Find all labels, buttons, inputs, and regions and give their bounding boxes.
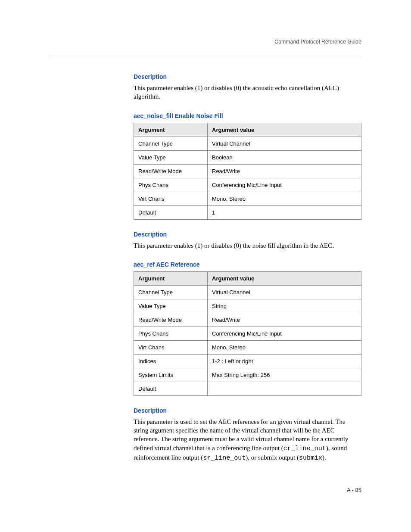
cell-arg: Virt Chans bbox=[134, 340, 208, 354]
table-row: System LimitsMax String Length: 256 bbox=[134, 368, 361, 382]
cell-arg: Value Type bbox=[134, 299, 208, 313]
body-text-segment: ), or submix output ( bbox=[246, 454, 299, 461]
aec-ref-heading: aec_ref AEC Reference bbox=[134, 261, 361, 268]
cell-val: Virtual Channel bbox=[208, 285, 361, 299]
cell-val: String bbox=[208, 299, 361, 313]
code-sr-line-out: sr_line_out bbox=[203, 454, 246, 462]
code-cr-line-out: cr_line_out bbox=[283, 445, 326, 452]
cell-val: Max String Length: 256 bbox=[208, 368, 361, 382]
header-divider bbox=[50, 58, 361, 58]
table-header-row: Argument Argument value bbox=[134, 271, 361, 285]
cell-val: Read/Write bbox=[208, 313, 361, 327]
cell-val: Boolean bbox=[208, 150, 361, 164]
table-row: Read/Write ModeRead/Write bbox=[134, 313, 361, 327]
table-row: Virt ChansMono, Stereo bbox=[134, 192, 361, 205]
table-row: Indices1-2 : Left or right bbox=[134, 354, 361, 368]
code-submix: submix bbox=[299, 454, 322, 462]
cell-arg: Indices bbox=[134, 354, 208, 368]
cell-val: 1 bbox=[208, 205, 361, 219]
table-header-value: Argument value bbox=[208, 271, 361, 285]
header-title: Command Protocol Reference Guide bbox=[50, 39, 361, 45]
description-heading-3: Description bbox=[134, 407, 361, 414]
description-heading-1: Description bbox=[134, 73, 361, 80]
cell-arg: Phys Chans bbox=[134, 327, 208, 340]
table-header-argument: Argument bbox=[134, 271, 208, 285]
table-header-argument: Argument bbox=[134, 123, 208, 137]
main-content: Description This parameter enables (1) o… bbox=[134, 73, 361, 463]
description-heading-2: Description bbox=[134, 231, 361, 238]
aec-noise-fill-table: Argument Argument value Channel TypeVirt… bbox=[134, 123, 361, 220]
cell-arg: Default bbox=[134, 382, 208, 395]
table-row: Default1 bbox=[134, 205, 361, 219]
cell-arg: Read/Write Mode bbox=[134, 164, 208, 178]
cell-arg: Channel Type bbox=[134, 137, 208, 150]
table-row: Default bbox=[134, 382, 361, 395]
table-row: Channel TypeVirtual Channel bbox=[134, 137, 361, 150]
cell-val: Virtual Channel bbox=[208, 137, 361, 150]
table-header-value: Argument value bbox=[208, 123, 361, 137]
table-row: Value TypeBoolean bbox=[134, 150, 361, 164]
table-row: Channel TypeVirtual Channel bbox=[134, 285, 361, 299]
cell-arg: Read/Write Mode bbox=[134, 313, 208, 327]
page-number: A - 85 bbox=[347, 487, 361, 493]
table-row: Virt ChansMono, Stereo bbox=[134, 340, 361, 354]
cell-val: Conferencing Mic/Line Input bbox=[208, 178, 361, 192]
cell-val: Conferencing Mic/Line Input bbox=[208, 327, 361, 340]
table-row: Read/Write ModeRead/Write bbox=[134, 164, 361, 178]
table-row: Phys ChansConferencing Mic/Line Input bbox=[134, 327, 361, 340]
aec-noise-fill-heading: aec_noise_fill Enable Noise Fill bbox=[134, 112, 361, 119]
table-header-row: Argument Argument value bbox=[134, 123, 361, 137]
cell-val: Read/Write bbox=[208, 164, 361, 178]
cell-val bbox=[208, 382, 361, 395]
body-text-segment: ). bbox=[322, 454, 326, 461]
page-container: Command Protocol Reference Guide Descrip… bbox=[0, 0, 411, 532]
description-body-3: This parameter is used to set the AEC re… bbox=[134, 417, 361, 463]
aec-ref-table: Argument Argument value Channel TypeVirt… bbox=[134, 271, 361, 396]
description-body-1: This parameter enables (1) or disables (… bbox=[134, 84, 361, 101]
table-row: Value TypeString bbox=[134, 299, 361, 313]
cell-val: Mono, Stereo bbox=[208, 340, 361, 354]
cell-arg: Default bbox=[134, 205, 208, 219]
cell-arg: System Limits bbox=[134, 368, 208, 382]
cell-arg: Value Type bbox=[134, 150, 208, 164]
cell-val: 1-2 : Left or right bbox=[208, 354, 361, 368]
cell-val: Mono, Stereo bbox=[208, 192, 361, 205]
description-body-2: This parameter enables (1) or disables (… bbox=[134, 241, 361, 250]
cell-arg: Virt Chans bbox=[134, 192, 208, 205]
cell-arg: Channel Type bbox=[134, 285, 208, 299]
cell-arg: Phys Chans bbox=[134, 178, 208, 192]
table-row: Phys ChansConferencing Mic/Line Input bbox=[134, 178, 361, 192]
